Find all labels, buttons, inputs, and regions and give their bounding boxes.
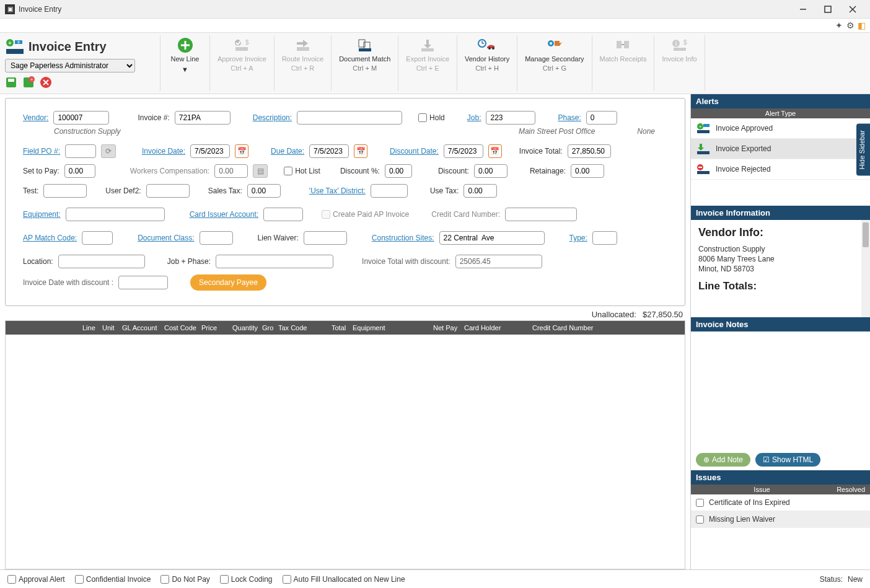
vendor-history-button[interactable]: Vendor History Ctrl + H <box>457 35 517 91</box>
calendar-icon[interactable]: 📅 <box>354 144 367 158</box>
auto-fill-checkbox[interactable]: Auto Fill Unallocated on New Line <box>283 575 405 584</box>
invoice-info-button[interactable]: i$ Invoice Info <box>654 35 705 91</box>
minimize-button[interactable] <box>791 0 815 19</box>
type-field[interactable] <box>592 231 617 245</box>
ap-match-field[interactable] <box>82 231 113 245</box>
calendar-icon[interactable]: 📅 <box>235 144 248 158</box>
constr-sites-field[interactable] <box>439 231 545 245</box>
description-field[interactable] <box>297 111 402 125</box>
doc-class-field[interactable] <box>200 231 233 245</box>
scrollbar[interactable] <box>861 220 870 317</box>
gear-icon[interactable]: ⚙ <box>845 20 855 30</box>
job-phase-field[interactable] <box>216 255 333 268</box>
discount-field[interactable] <box>474 164 508 178</box>
highlight-icon[interactable]: ◧ <box>856 20 866 30</box>
chevron-down-icon[interactable]: ▼ <box>182 66 188 73</box>
secondary-payee-button[interactable]: Secondary Payee <box>190 274 266 291</box>
lock-coding-checkbox[interactable]: Lock Coding <box>220 575 273 584</box>
sales-tax-field[interactable] <box>247 184 281 198</box>
test-label: Test: <box>23 186 38 195</box>
route-invoice-button[interactable]: Route Invoice Ctrl + R <box>274 35 331 91</box>
set-to-pay-field[interactable] <box>64 164 95 178</box>
save-new-icon[interactable]: + <box>22 76 35 89</box>
job-label[interactable]: Job: <box>467 113 481 122</box>
admin-select[interactable]: Sage Paperless Administrator <box>5 59 135 72</box>
userdef2-field[interactable] <box>146 184 190 198</box>
status-label: Status: <box>820 575 843 584</box>
doc-class-label[interactable]: Document Class: <box>138 234 194 242</box>
confidential-invoice-checkbox[interactable]: Confidential Invoice <box>75 575 151 584</box>
hold-checkbox[interactable]: Hold <box>418 113 445 122</box>
document-match-button[interactable]: Document Match Ctrl + M <box>331 35 398 91</box>
invoice-info-icon: i$ <box>671 37 688 54</box>
save-icon[interactable] <box>5 76 17 89</box>
document-match-icon <box>356 37 374 54</box>
vendor-label[interactable]: Vendor: <box>23 113 48 122</box>
discount-date-label[interactable]: Discount Date: <box>390 147 439 156</box>
alert-row[interactable]: + Invoice Approved <box>691 118 870 139</box>
use-tax-district-field[interactable] <box>371 184 408 198</box>
phase-field[interactable] <box>586 111 617 125</box>
create-paid-ap-checkbox[interactable]: Create Paid AP Invoice <box>322 210 409 219</box>
vendor-field[interactable] <box>53 111 109 125</box>
issue-row[interactable]: Missing Lien Waiver <box>691 511 870 528</box>
approve-invoice-button[interactable]: $ Approve Invoice Ctrl + A <box>209 35 274 91</box>
invoice-date-label[interactable]: Invoice Date: <box>142 147 185 156</box>
discount-pct-field[interactable] <box>385 164 412 178</box>
window-title: Invoice Entry <box>19 5 791 14</box>
inv-total-disc-label: Invoice Total with discount: <box>362 257 450 266</box>
issue-row[interactable]: Certificate of Ins Expired <box>691 494 870 511</box>
due-date-label[interactable]: Due Date: <box>271 147 304 156</box>
new-line-button[interactable]: New Line ▼ <box>160 35 209 91</box>
ap-match-label[interactable]: AP Match Code: <box>23 234 77 242</box>
invoice-date-field[interactable] <box>190 144 230 158</box>
use-tax-field[interactable] <box>464 184 497 198</box>
pin-icon[interactable]: ✦ <box>834 20 844 30</box>
show-html-button[interactable]: ☑Show HTML <box>755 453 820 467</box>
alert-row[interactable]: Invoice Exported <box>691 139 870 159</box>
hot-list-checkbox[interactable]: Hot List <box>284 167 320 175</box>
match-receipts-button[interactable]: Match Receipts <box>592 35 654 91</box>
issue-checkbox[interactable] <box>696 516 704 524</box>
card-issuer-label[interactable]: Card Issuer Account: <box>190 210 258 219</box>
manage-secondary-button[interactable]: Manage Secondary Ctrl + G <box>517 35 591 91</box>
use-tax-district-label[interactable]: 'Use Tax' District: <box>309 186 366 195</box>
phase-label[interactable]: Phase: <box>558 113 581 122</box>
workers-comp-lookup[interactable]: ▤ <box>253 164 268 178</box>
constr-sites-label[interactable]: Construction Sites: <box>372 234 434 242</box>
calendar-icon[interactable]: 📅 <box>488 144 502 158</box>
delete-icon[interactable] <box>40 76 52 89</box>
discount-label: Discount: <box>438 167 469 175</box>
lien-waiver-field[interactable] <box>304 231 347 245</box>
export-invoice-button[interactable]: Export Invoice Ctrl + E <box>398 35 457 91</box>
issue-checkbox[interactable] <box>696 499 704 507</box>
description-label[interactable]: Description: <box>253 113 292 122</box>
equipment-label[interactable]: Equipment: <box>23 210 61 219</box>
do-not-pay-checkbox[interactable]: Do Not Pay <box>160 575 209 584</box>
invoice-entry-icon: +$ <box>5 38 25 55</box>
close-button[interactable] <box>840 0 865 19</box>
location-field[interactable] <box>58 255 145 268</box>
due-date-field[interactable] <box>309 144 349 158</box>
hide-sidebar-tab[interactable]: Hide Sidebar <box>856 124 870 176</box>
type-label[interactable]: Type: <box>569 234 587 242</box>
discount-date-field[interactable] <box>444 144 483 158</box>
approval-alert-checkbox[interactable]: Approval Alert <box>7 575 65 584</box>
field-po-field[interactable] <box>65 144 96 158</box>
retainage-field[interactable] <box>571 164 604 178</box>
invoice-num-field[interactable] <box>175 111 231 125</box>
alert-row[interactable]: Invoice Rejected <box>691 159 870 180</box>
equipment-field[interactable] <box>66 208 165 221</box>
cc-number-label: Credit Card Number: <box>431 210 500 219</box>
notes-body[interactable] <box>691 331 870 449</box>
svg-rect-44 <box>697 130 710 133</box>
job-field[interactable] <box>486 111 535 125</box>
add-note-button[interactable]: ⊕Add Note <box>696 453 750 467</box>
invoice-total-field[interactable] <box>568 144 611 158</box>
vendor-name: Construction Supply <box>54 127 120 136</box>
line-grid[interactable]: Line Unit GL Account Cost Code Price Qua… <box>5 320 685 569</box>
field-po-label[interactable]: Field PO #: <box>23 147 60 156</box>
test-field[interactable] <box>43 184 87 198</box>
field-po-lookup[interactable]: ⟳ <box>101 144 116 158</box>
maximize-button[interactable] <box>815 0 840 19</box>
